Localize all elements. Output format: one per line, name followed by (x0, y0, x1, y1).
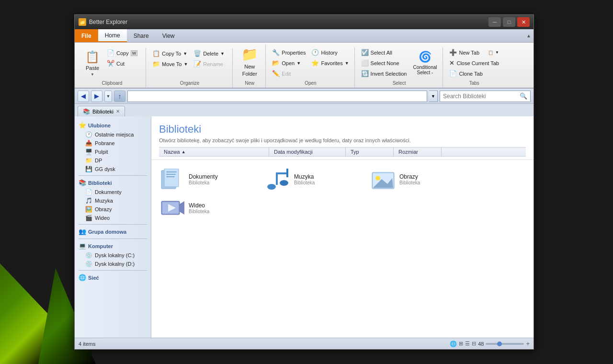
pobrane-icon: 📥 (85, 140, 92, 147)
svg-point-6 (280, 180, 288, 186)
open-icon: 📂 (272, 59, 280, 67)
properties-button[interactable]: 🔧 Properties (270, 47, 308, 57)
zoom-slider[interactable] (486, 343, 524, 345)
sidebar-header-homegroup[interactable]: 👥 Grupa domowa (75, 227, 151, 237)
sidebar: ⭐ Ulubione 🕐 Ostatnie miejsca 📥 Pobrane … (75, 116, 151, 338)
sidebar-item-gg-dysk[interactable]: 💾 GG dysk (75, 165, 151, 173)
edit-button[interactable]: ✏️ Edit (270, 68, 308, 79)
sidebar-item-pobrane[interactable]: 📥 Pobrane (75, 139, 151, 148)
search-icon[interactable]: 🔍 (520, 92, 527, 100)
zoom-in-icon[interactable]: + (526, 340, 530, 347)
paste-button[interactable]: 📋 Paste ▼ (81, 48, 103, 79)
conditional-select-button[interactable]: 🌀 ConditionalSelect - (410, 47, 440, 78)
sidebar-item-disk-d[interactable]: 💿 Dysk lokalny (D:) (75, 260, 151, 268)
copy-to-button[interactable]: 📋 Copy To ▼ (150, 48, 190, 58)
status-grid-icon[interactable]: ⊞ (459, 341, 463, 347)
select-col1: ☑️ Select All ⬜ Select None 🔃 Invert Sel… (359, 47, 409, 79)
close-button[interactable]: ✕ (517, 17, 530, 27)
clipboard-small-buttons: 📄 Copy W ✂️ Cut (104, 48, 143, 68)
library-item-muzyka[interactable]: Muzyka Biblioteka (261, 165, 367, 193)
close-tab-icon: ✕ (449, 59, 454, 67)
maximize-button[interactable]: □ (503, 17, 515, 27)
new-folder-button[interactable]: 📁 New Folder (237, 45, 262, 79)
paste-dropdown-icon: ▼ (91, 72, 94, 77)
invert-selection-button[interactable]: 🔃 Invert Selection (359, 68, 409, 79)
file-menu-button[interactable]: File (75, 29, 98, 42)
col-header-date[interactable]: Data modyfikacji (269, 148, 346, 156)
move-to-button[interactable]: 📁 Move To ▼ (150, 59, 190, 69)
menu-view[interactable]: View (156, 29, 182, 42)
sidebar-section-favorites: ⭐ Ulubione 🕐 Ostatnie miejsca 📥 Pobrane … (75, 120, 151, 173)
library-item-dokumenty[interactable]: Dokumenty Biblioteka (156, 165, 261, 193)
close-current-tab-button[interactable]: ✕ Close Current Tab (447, 58, 501, 68)
sidebar-header-computer[interactable]: 💻 Komputer (75, 241, 151, 251)
address-dropdown-button[interactable]: ▼ (429, 91, 438, 102)
edit-icon: ✏️ (272, 70, 280, 77)
delete-button[interactable]: 🗑️ Delete ▼ (191, 48, 229, 58)
copy-label: Copy (116, 50, 129, 56)
ribbon-group-clipboard: 📋 Paste ▼ 📄 Copy W ✂️ Cut (79, 48, 146, 88)
obrazy-lib-type: Biblioteka (399, 180, 420, 185)
rename-button[interactable]: 📝 Rename (191, 59, 229, 69)
status-list-icon[interactable]: ☰ (465, 341, 470, 347)
sidebar-header-network[interactable]: 🌐 Sieć (75, 273, 151, 283)
open-label: Open (270, 79, 351, 86)
ribbon-group-open: 🔧 Properties 📂 Open ▼ ✏️ Edit (267, 47, 354, 88)
library-item-wideo[interactable]: Wideo Biblioteka (156, 193, 261, 222)
status-network-icon[interactable]: 🌐 (450, 341, 457, 347)
col-header-name[interactable]: Nazwa ▲ (159, 148, 269, 156)
tab-close-button[interactable]: ✕ (116, 109, 120, 114)
history-button[interactable]: 🕐 History (309, 47, 351, 57)
muzyka-icon: 🎵 (85, 197, 92, 204)
select-all-button[interactable]: ☑️ Select All (359, 47, 409, 57)
sidebar-header-favorites[interactable]: ⭐ Ulubione (75, 120, 151, 130)
up-button[interactable]: ↑ (114, 91, 125, 102)
address-input[interactable] (127, 91, 427, 102)
col-header-size[interactable]: Rozmiar (394, 148, 442, 156)
open-col2: 🕐 History ⭐ Favorites ▼ (309, 47, 351, 68)
clone-tab-label: Clone Tab (459, 71, 482, 77)
minimize-button[interactable]: ─ (488, 17, 501, 27)
menu-share[interactable]: Share (127, 29, 156, 42)
sidebar-item-obrazy[interactable]: 🖼️ Obrazy (75, 205, 151, 214)
back-button[interactable]: ◀ (78, 91, 89, 102)
select-buttons: ☑️ Select All ⬜ Select None 🔃 Invert Sel… (359, 47, 440, 79)
forward-button[interactable]: ▶ (91, 91, 102, 102)
sidebar-item-ostatnie[interactable]: 🕐 Ostatnie miejsca (75, 130, 151, 139)
clipboard-buttons: 📋 Paste ▼ 📄 Copy W ✂️ Cut (81, 48, 143, 79)
col-type-label: Typ (351, 149, 359, 155)
favorites-button[interactable]: ⭐ Favorites ▼ (309, 58, 351, 68)
disk-c-label: Dysk lokalny (C:) (95, 252, 135, 258)
sidebar-item-dp[interactable]: 📁 DP (75, 156, 151, 165)
svg-rect-9 (286, 169, 288, 177)
col-header-type[interactable]: Typ (346, 148, 394, 156)
library-item-obrazy[interactable]: Obrazy Biblioteka (367, 165, 472, 193)
open-button[interactable]: 📂 Open ▼ (270, 58, 308, 68)
organize-buttons: 📋 Copy To ▼ 📁 Move To ▼ 🗑️ Delete ▼ (150, 48, 229, 79)
select-none-button[interactable]: ⬜ Select None (359, 58, 409, 68)
sidebar-item-dokumenty[interactable]: 📄 Dokumenty (75, 188, 151, 196)
muzyka-lib-icon (265, 168, 290, 191)
disk-c-icon: 💿 (85, 252, 92, 259)
tab-biblioteki[interactable]: 📚 Biblioteki ✕ (78, 106, 125, 116)
libraries-header-label: Biblioteki (88, 180, 112, 186)
wideo-label: Wideo (95, 215, 110, 221)
new-tab-button[interactable]: ➕ New Tab 📋 ▼ (447, 47, 501, 57)
dp-label: DP (95, 158, 102, 163)
copy-button[interactable]: 📄 Copy W (104, 48, 143, 58)
network-header-icon: 🌐 (79, 274, 86, 281)
history-dropdown-button[interactable]: ▼ (104, 91, 112, 102)
status-details-icon[interactable]: ⊟ (472, 341, 476, 347)
sidebar-item-pulpit[interactable]: 🖥️ Pulpit (75, 148, 151, 156)
sidebar-item-muzyka[interactable]: 🎵 Muzyka (75, 196, 151, 205)
menu-home[interactable]: Home (98, 29, 127, 42)
clone-tab-button[interactable]: 📄 Clone Tab (447, 68, 501, 79)
cut-button[interactable]: ✂️ Cut (104, 58, 143, 68)
sidebar-header-libraries[interactable]: 📚 Biblioteki (75, 178, 151, 188)
ribbon-collapse-button[interactable]: ▲ (524, 29, 534, 42)
sidebar-item-wideo[interactable]: 🎬 Wideo (75, 214, 151, 222)
search-input[interactable] (443, 93, 520, 100)
select-all-icon: ☑️ (361, 49, 369, 56)
sidebar-item-disk-c[interactable]: 💿 Dysk lokalny (C:) (75, 251, 151, 260)
svg-rect-4 (166, 176, 175, 177)
